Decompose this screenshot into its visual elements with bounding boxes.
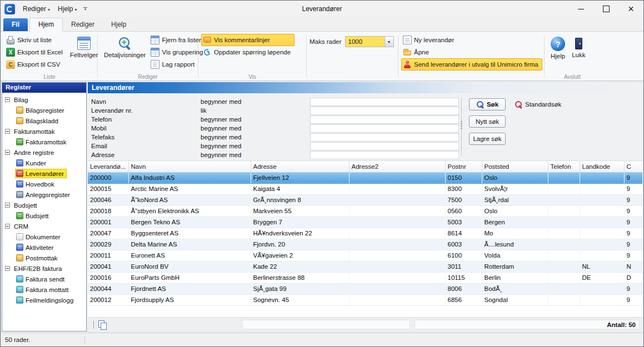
tree-item-fakturamottak[interactable]: Fakturamottak [2, 137, 86, 147]
search-input-navn[interactable] [310, 98, 459, 106]
tree-collapse-icon[interactable] [5, 129, 10, 134]
column-header-adresse2[interactable]: Adresse2 [349, 161, 445, 172]
tree-collapse-icon[interactable] [5, 97, 10, 102]
table-cell: 9 [624, 239, 642, 250]
ribbon-group-rediger: Detaljvisninger Fjern fra listen Vis gru… [98, 33, 197, 81]
search-input-email[interactable] [310, 142, 459, 150]
column-header-navn[interactable]: Navn [128, 161, 251, 172]
feltvelger-button[interactable]: Feltvelger [67, 34, 102, 58]
detaljvisninger-button[interactable]: Detaljvisninger [101, 34, 149, 58]
tree-item-feilmeldingslogg[interactable]: Feilmeldingslogg [2, 295, 86, 305]
close-list-button[interactable]: Lukk [568, 34, 588, 58]
app-logo-icon[interactable] [4, 4, 15, 14]
tree-collapse-icon[interactable] [5, 224, 10, 229]
send-suppliers-button[interactable]: Send leverandører i utvalg til Unimicro … [401, 58, 542, 71]
search-input-telefaks[interactable] [310, 133, 459, 142]
tree-item-content: Bilagsregister [15, 105, 67, 115]
supplier-row-200011[interactable]: 200011Euronett ASVÃ¥gaveien 26100Volda9 [88, 250, 642, 261]
column-header-telefon[interactable]: Telefon [548, 161, 580, 172]
export-csv-label: Eksport til CSV [17, 61, 60, 68]
column-header-leverando[interactable]: Leverandø... [88, 161, 128, 172]
open-folder-icon [403, 48, 412, 57]
dropdown-arrow-icon[interactable] [385, 37, 393, 47]
tree-item-bilagskladd[interactable]: Bilagskladd [2, 115, 86, 126]
column-header-poststed[interactable]: Poststed [482, 161, 548, 172]
supplier-row-200029[interactable]: 200029Delta Marine ASFjordvn. 206003Ã…le… [88, 239, 642, 250]
tree-item-fakturamottak[interactable]: Fakturamottak [2, 126, 86, 137]
tree-item-label: Fakturamottak [26, 139, 67, 145]
tree-item-budsjett[interactable]: Budsjett [2, 210, 86, 221]
show-grouping-button[interactable]: Vis gruppering [149, 46, 207, 58]
tree-collapse-icon[interactable] [5, 203, 10, 208]
tree-item-content: Anleggsregister [15, 190, 73, 199]
tree-item-ehf-e2b-faktura[interactable]: EHF/E2B faktura [2, 263, 86, 274]
tree-item-crm[interactable]: CRM [2, 221, 86, 232]
copy-icon[interactable] [98, 320, 107, 329]
remove-from-list-button[interactable]: Fjern fra listen [149, 34, 207, 46]
tree-item-kunder[interactable]: Kunder [2, 158, 86, 168]
tree-item-andre-registre[interactable]: Andre registre [2, 147, 86, 158]
column-header-landkode[interactable]: Landkode [580, 161, 624, 172]
new-supplier-button[interactable]: Ny leverandør [401, 34, 542, 46]
minimize-button[interactable] [568, 1, 593, 17]
search-button[interactable]: Søk [469, 98, 506, 110]
tree-collapse-icon[interactable] [5, 266, 10, 271]
close-button[interactable] [618, 1, 643, 17]
tab-rediger[interactable]: Rediger [63, 18, 103, 31]
tree-item-hovedbok[interactable]: Hovedbok [2, 179, 86, 189]
table-cell: Berlin [482, 272, 548, 283]
quick-menu-rediger[interactable]: Rediger [19, 1, 54, 17]
supplier-row-200044[interactable]: 200044Fjordnett ASSjÃ¸gata 998006BodÃ¸9 [88, 283, 642, 294]
column-header-postnr[interactable]: Postnr [445, 161, 482, 172]
tree-item-budsjett[interactable]: Budsjett [2, 200, 86, 210]
tree-item-label: Hovedbok [26, 181, 54, 188]
export-csv-button[interactable]: Eksport til CSV [4, 58, 67, 71]
help-button[interactable]: Hjelp [547, 34, 568, 59]
search-input-adresse[interactable] [310, 151, 459, 159]
table-cell: 9 [624, 217, 642, 228]
qat-customize-icon[interactable] [81, 1, 89, 17]
supplier-row-200012[interactable]: 200012Fjordsupply ASSognevn. 456856Sognd… [88, 294, 642, 305]
column-header-adresse[interactable]: Adresse [251, 161, 349, 172]
supplier-row-200016[interactable]: 200016EuroParts GmbHBerlinerstrasse 8810… [88, 272, 642, 283]
tree-item-bilag[interactable]: Bilag [2, 94, 86, 105]
search-input-mobil[interactable] [310, 124, 459, 133]
tree-item-postmottak[interactable]: Postmottak [2, 253, 86, 263]
maximize-button[interactable] [593, 1, 618, 17]
supplier-row-200047[interactable]: 200047Byggsenteret ASHÃ¥ndverksveien 228… [88, 228, 642, 239]
show-comment-lines-button[interactable]: Vis kommentarlinjer [201, 34, 294, 46]
supplier-row-200018[interactable]: 200018Ã˜stbyen Elektronikk ASMarkveien 5… [88, 205, 642, 217]
column-header-c[interactable]: C [624, 161, 642, 172]
supplier-row-200015[interactable]: 200015Arctic Marine ASKaigata 48300Svolv… [88, 183, 642, 194]
new-search-button[interactable]: Nytt søk [469, 115, 506, 128]
tree-item-faktura-mottatt[interactable]: Faktura mottatt [2, 284, 86, 295]
maks-rader-select[interactable]: 1000 [345, 36, 394, 47]
tab-fil[interactable]: Fil [3, 18, 28, 31]
standard-search-button[interactable]: Standardsøk [515, 100, 561, 108]
tree-item-anleggsregister[interactable]: Anleggsregister [2, 189, 86, 200]
window-controls [568, 1, 643, 17]
table-cell: 9 [624, 294, 642, 305]
tree-item-leverandorer[interactable]: Leverandører [2, 168, 86, 179]
supplier-row-200041[interactable]: 200041EuroNord BVKade 223011RotterdamNLN [88, 261, 642, 272]
create-report-button[interactable]: Lag rapport [149, 58, 207, 71]
search-input-leverandor-nr[interactable] [310, 107, 459, 115]
quick-menu-hjelp[interactable]: Hjelp [54, 1, 81, 17]
supplier-row-200000[interactable]: 200000Alfa Industri ASFjellveien 120150O… [88, 172, 642, 183]
tree-collapse-icon[interactable] [5, 150, 10, 155]
save-search-button[interactable]: Lagre søk [469, 133, 506, 145]
print-list-button[interactable]: Skriv ut liste [4, 34, 67, 46]
tab-hjelp[interactable]: Hjelp [103, 18, 134, 31]
tree-item-faktura-sendt[interactable]: Faktura sendt [2, 274, 86, 284]
tree-item-aktiviteter[interactable]: Aktiviteter [2, 242, 86, 253]
search-input-telefon[interactable] [310, 115, 459, 124]
open-button[interactable]: Åpne [401, 46, 542, 58]
update-query-button[interactable]: Oppdater spørring løpende [201, 46, 294, 58]
supplier-row-200046[interactable]: 200046Ã˜koNord ASGrÃ¸nnsvingen 87500StjÃ… [88, 194, 642, 205]
tab-hjem[interactable]: Hjem [29, 18, 63, 32]
tree-item-bilagsregister[interactable]: Bilagsregister [2, 105, 86, 115]
table-cell [548, 183, 580, 194]
tree-item-dokumenter[interactable]: Dokumenter [2, 232, 86, 242]
supplier-row-200001[interactable]: 200001Bergen Tekno ASBryggen 75003Bergen… [88, 217, 642, 228]
export-excel-button[interactable]: Eksport til Excel [4, 46, 67, 58]
